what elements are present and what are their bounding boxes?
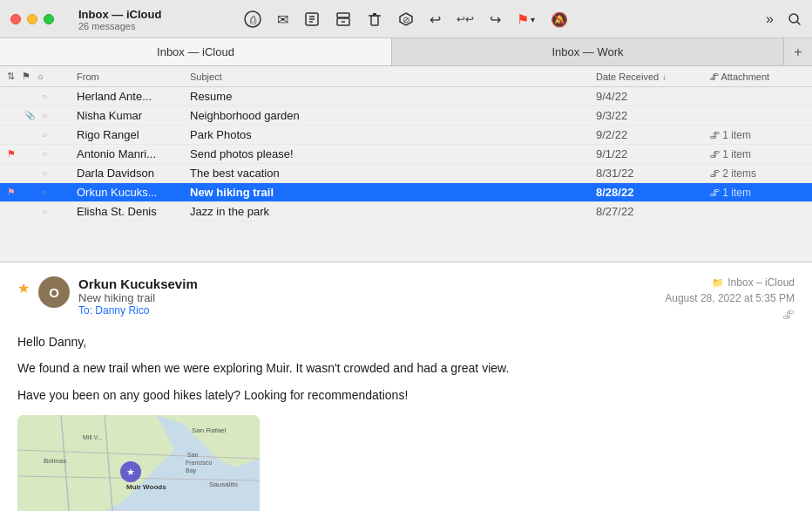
row-flag-icon[interactable]: ⚑ — [7, 129, 17, 140]
row-read-icon[interactable]: ○ — [42, 207, 47, 216]
row-paperclip-icon: 📎 — [24, 130, 35, 140]
row-date: 8/27/22 — [596, 205, 709, 218]
th-subject: Subject — [190, 72, 596, 82]
row-flag-icon[interactable]: ⚑ — [7, 91, 17, 102]
row-controls: ⚑ 📎 ○ — [7, 129, 77, 140]
tab-add-button[interactable]: + — [784, 38, 812, 65]
row-paperclip-icon: 📎 — [24, 92, 35, 101]
row-from: Darla Davidson — [77, 167, 190, 180]
row-paperclip-icon: 📎 — [24, 207, 35, 216]
row-controls: ⚑ 📎 ○ — [7, 206, 77, 217]
table-row[interactable]: ⚑ 📎 ○ Antonio Manri... Send photos pleas… — [0, 145, 812, 164]
flag-header-icon[interactable]: ⚑ — [22, 71, 30, 82]
row-flag-icon[interactable]: ⚑ — [7, 110, 17, 121]
table-header: ⇅ ⚑ ○ From Subject Date Received ↓ 🖇 Att… — [0, 66, 812, 87]
row-subject: Send photos please! — [190, 147, 596, 160]
email-list-container: ⇅ ⚑ ○ From Subject Date Received ↓ 🖇 Att… — [0, 66, 812, 262]
row-attachment: 🖇 1 item — [709, 187, 805, 199]
row-controls: ⚑ 📎 ○ — [7, 110, 77, 121]
table-row[interactable]: ⚑ 📎 ○ Elisha St. Denis Jazz in the park … — [0, 202, 812, 221]
row-paperclip-icon: 📎 — [24, 187, 35, 197]
row-read-icon[interactable]: ○ — [42, 92, 47, 101]
fullscreen-button[interactable] — [44, 14, 54, 24]
row-read-icon[interactable]: ○ — [42, 187, 47, 197]
row-read-icon[interactable]: ○ — [42, 168, 47, 178]
body-line3: Have you been on any good hikes lately? … — [17, 385, 795, 405]
sort-icon[interactable]: ⇅ — [7, 71, 15, 82]
table-row[interactable]: ⚑ 📎 ○ Nisha Kumar Neighborhood garden 9/… — [0, 106, 812, 126]
row-read-icon[interactable]: ○ — [42, 149, 47, 159]
compose-icon[interactable]: ⎙ — [244, 10, 261, 28]
flag-icon[interactable]: ⚑ ▾ — [517, 11, 535, 28]
row-read-icon[interactable]: ○ — [42, 111, 47, 120]
row-attachment: 🖇 1 item — [709, 129, 805, 141]
svg-text:Muir Woods: Muir Woods — [126, 483, 166, 491]
reply-all-icon[interactable]: ↩↩ — [457, 13, 474, 25]
svg-text:San: San — [187, 452, 199, 458]
search-icon[interactable] — [788, 12, 802, 26]
row-subject: New hiking trail — [190, 186, 596, 199]
row-from: Nisha Kumar — [77, 109, 190, 122]
compose-button[interactable] — [304, 11, 320, 27]
row-date: 9/3/22 — [596, 109, 709, 122]
tab-bar: Inbox — iCloud Inbox — Work + — [0, 38, 812, 66]
tab-work[interactable]: Inbox — Work — [392, 38, 784, 65]
notifications-icon[interactable]: 🔕 — [551, 11, 568, 28]
more-icon[interactable]: » — [766, 11, 774, 27]
row-from: Rigo Rangel — [77, 128, 190, 141]
sender-info: Orkun Kucuksevim New hiking trail To: Da… — [78, 276, 198, 317]
row-flag-icon[interactable]: ⚑ — [7, 167, 17, 179]
row-from: Antonio Manri... — [77, 147, 190, 160]
th-attachment: 🖇 Attachment — [709, 72, 805, 82]
title-bar: ⎙ ✉ ⊘ ↩ ↩↩ ↪ ⚑ ▾ 🔕 Inbox — iCloud — [0, 0, 812, 38]
paperclip-header-icon: 🖇 — [709, 72, 719, 82]
row-controls: ⚑ 📎 ○ — [7, 167, 77, 179]
map-svg: Bolinas San Rafael San Francisco Bay Mil… — [17, 415, 260, 511]
table-row[interactable]: ⚑ 📎 ○ Orkun Kucuks... New hiking trail 8… — [0, 183, 812, 202]
table-row[interactable]: ⚑ 📎 ○ Darla Davidson The best vacation 8… — [0, 164, 812, 183]
detail-subject: New hiking trail — [78, 291, 198, 304]
th-controls: ⇅ ⚑ ○ — [7, 71, 77, 82]
svg-line-15 — [797, 22, 800, 24]
row-paperclip-icon: 📎 — [24, 149, 35, 159]
star-icon[interactable]: ★ — [17, 280, 30, 296]
close-button[interactable] — [10, 14, 21, 24]
tab-icloud[interactable]: Inbox — iCloud — [0, 38, 392, 65]
forward-icon[interactable]: ↪ — [490, 11, 501, 28]
table-row[interactable]: ⚑ 📎 ○ Rigo Rangel Park Photos 9/2/22 🖇 1… — [0, 126, 812, 145]
spam-icon[interactable]: ⊘ — [398, 11, 414, 27]
row-paperclip-icon: 📎 — [24, 111, 35, 120]
minimize-button[interactable] — [27, 14, 37, 24]
window-subtitle: 26 messages — [78, 21, 161, 31]
th-date[interactable]: Date Received ↓ — [596, 72, 709, 82]
map-container[interactable]: Bolinas San Rafael San Francisco Bay Mil… — [17, 415, 260, 511]
body-line2: We found a new trail when we were explor… — [17, 358, 795, 378]
svg-text:Bay: Bay — [186, 467, 197, 474]
archive-icon[interactable] — [335, 11, 351, 27]
table-row[interactable]: ⚑ 📎 ○ Herland Ante... Resume 9/4/22 — [0, 87, 812, 106]
attachment-detail-icon: 🖇 — [782, 308, 795, 322]
get-mail-icon[interactable]: ✉ — [277, 11, 288, 28]
body-line1: Hello Danny, — [17, 332, 795, 351]
trash-icon[interactable] — [367, 11, 382, 27]
svg-text:Mill V...: Mill V... — [83, 434, 102, 440]
svg-text:⊘: ⊘ — [403, 15, 409, 24]
row-flag-icon[interactable]: ⚑ — [7, 206, 17, 217]
row-read-icon[interactable]: ○ — [42, 130, 47, 140]
email-body: Hello Danny, We found a new trail when w… — [17, 332, 795, 405]
row-from: Elisha St. Denis — [77, 205, 190, 218]
th-from[interactable]: From — [77, 72, 190, 82]
row-date: 9/4/22 — [596, 90, 709, 103]
row-flag-icon[interactable]: ⚑ — [7, 187, 17, 198]
row-flag-icon[interactable]: ⚑ — [7, 148, 17, 160]
read-header-icon[interactable]: ○ — [37, 72, 44, 82]
window-title: Inbox — iCloud — [78, 8, 161, 21]
email-header: ★ O Orkun Kucuksevim New hiking trail To… — [17, 276, 795, 322]
sort-direction-icon: ↓ — [662, 72, 667, 81]
row-date: 9/2/22 — [596, 128, 709, 141]
row-from: Herland Ante... — [77, 90, 190, 103]
row-controls: ⚑ 📎 ○ — [7, 148, 77, 160]
row-from: Orkun Kucuks... — [77, 186, 190, 199]
folder-label: Inbox – iCloud — [727, 276, 795, 289]
reply-icon[interactable]: ↩ — [430, 11, 441, 28]
